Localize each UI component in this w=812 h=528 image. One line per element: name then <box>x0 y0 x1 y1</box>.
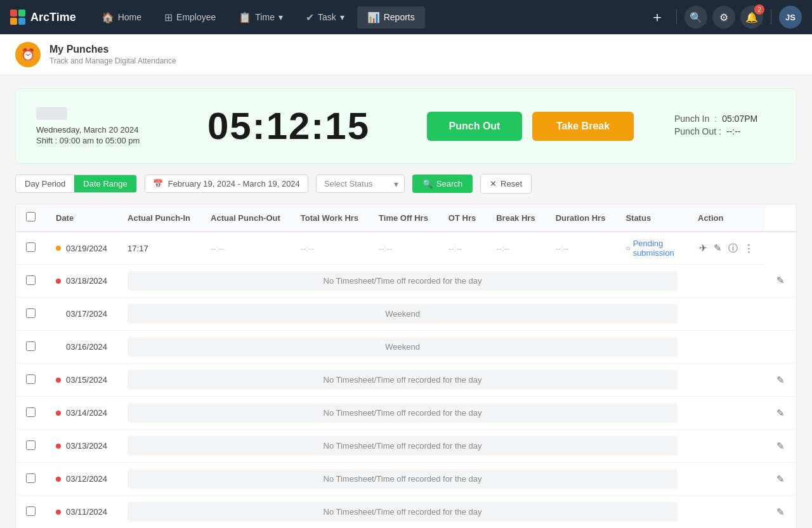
row-checkbox[interactable] <box>26 275 36 285</box>
row-date-value: 03/11/2024 <box>66 507 107 517</box>
row-action: ✎ <box>765 496 796 529</box>
reset-icon: ✕ <box>490 179 497 188</box>
row-date-value: 03/12/2024 <box>66 474 107 484</box>
period-toggle: Day Period Date Range <box>15 175 137 193</box>
row-checkbox-cell <box>16 397 46 430</box>
brand[interactable]: ArcTime <box>10 10 76 25</box>
header-break: Break Hrs <box>486 204 545 232</box>
task-icon: ✔ <box>306 11 314 23</box>
row-action <box>765 298 796 331</box>
row-date: 03/13/2024 <box>46 430 117 463</box>
row-message-cell: Weekend <box>117 298 688 331</box>
more-icon[interactable]: ⋮ <box>743 241 755 255</box>
row-checkbox[interactable] <box>26 308 36 318</box>
table-row: 03/12/2024No Timesheet/Time off recorded… <box>16 463 796 496</box>
task-dropdown-icon: ▾ <box>340 12 344 22</box>
table-body: 03/19/202417:17--:----:----:----:----:--… <box>16 232 796 528</box>
nav-item-reports-label: Reports <box>384 12 415 22</box>
table-row: 03/18/2024No Timesheet/Time off recorded… <box>16 265 796 298</box>
row-message: No Timesheet/Time off recorded for the d… <box>128 403 678 423</box>
home-icon: 🏠 <box>102 11 114 23</box>
row-checkbox[interactable] <box>26 473 36 483</box>
row-status-pending: Pending submission <box>625 239 678 258</box>
info-icon[interactable]: ⓘ <box>727 241 739 256</box>
clock-time-display: 05:12:15 <box>171 104 407 148</box>
edit-icon[interactable]: ✎ <box>775 505 786 519</box>
table-row: 03/13/2024No Timesheet/Time off recorded… <box>16 430 796 463</box>
row-date-value: 03/19/2024 <box>66 244 107 253</box>
brand-logo <box>10 10 25 25</box>
date-range-picker[interactable]: 📅 February 19, 2024 - March 19, 2024 <box>145 175 308 193</box>
row-status-empty <box>688 364 765 397</box>
search-button-filter[interactable]: 🔍 Search <box>412 175 473 193</box>
row-date: 03/14/2024 <box>46 397 117 430</box>
brand-name: ArcTime <box>30 11 76 24</box>
row-date-value: 03/14/2024 <box>66 408 107 418</box>
date-range-button[interactable]: Date Range <box>74 175 136 192</box>
edit-icon[interactable]: ✎ <box>775 472 786 486</box>
row-checkbox[interactable] <box>26 242 36 252</box>
header-duration: Duration Hrs <box>546 204 616 232</box>
row-field-3: --:-- <box>369 232 438 265</box>
row-status-dot <box>56 378 61 383</box>
row-action: ✎ <box>765 397 796 430</box>
header-status: Status <box>615 204 688 232</box>
add-button[interactable]: ＋ <box>646 6 669 29</box>
page-header: ⏰ My Punches Track and Manage Digital At… <box>0 34 812 76</box>
row-field-6: --:-- <box>546 232 616 265</box>
row-date: 03/12/2024 <box>46 463 117 496</box>
row-message: No Timesheet/Time off recorded for the d… <box>128 502 678 522</box>
day-period-button[interactable]: Day Period <box>16 175 74 192</box>
edit-icon[interactable]: ✎ <box>775 406 786 420</box>
punch-out-button[interactable]: Punch Out <box>427 112 522 141</box>
date-range-value: February 19, 2024 - March 19, 2024 <box>168 179 300 188</box>
row-message: No Timesheet/Time off recorded for the d… <box>128 436 678 456</box>
nav-item-task[interactable]: ✔ Task ▾ <box>296 6 355 29</box>
row-checkbox[interactable] <box>26 341 36 351</box>
search-button[interactable]: 🔍 <box>684 6 707 29</box>
select-all-checkbox[interactable] <box>26 212 36 221</box>
row-status-empty <box>688 463 765 496</box>
nav-item-employee-label: Employee <box>176 12 216 22</box>
edit-icon[interactable]: ✎ <box>712 241 723 255</box>
send-icon[interactable]: ✈ <box>698 241 709 255</box>
take-break-button[interactable]: Take Break <box>532 112 634 141</box>
edit-icon[interactable]: ✎ <box>775 373 786 387</box>
avatar-button[interactable]: JS <box>779 6 802 29</box>
row-status-empty <box>688 430 765 463</box>
row-date: 03/17/2024 <box>46 298 117 331</box>
row-message: Weekend <box>128 337 678 357</box>
header-punch-in: Actual Punch-In <box>117 204 200 232</box>
punch-in-label: Punch In <box>674 114 709 124</box>
row-checkbox[interactable] <box>26 374 36 384</box>
time-dropdown-icon: ▾ <box>278 12 283 22</box>
table-row: 03/17/2024Weekend <box>16 298 796 331</box>
nav-item-home[interactable]: 🏠 Home <box>91 6 152 29</box>
reset-button[interactable]: ✕ Reset <box>480 174 532 194</box>
edit-icon[interactable]: ✎ <box>775 274 786 287</box>
row-checkbox[interactable] <box>26 407 36 417</box>
row-message: No Timesheet/Time off recorded for the d… <box>128 271 678 291</box>
row-status-dot <box>56 411 61 416</box>
row-message-cell: No Timesheet/Time off recorded for the d… <box>117 265 688 298</box>
settings-button[interactable]: ⚙ <box>712 6 735 29</box>
row-checkbox[interactable] <box>26 440 36 450</box>
time-icon: 📋 <box>239 11 251 23</box>
row-date: 03/15/2024 <box>46 364 117 397</box>
nav-item-reports[interactable]: 📊 Reports <box>357 6 425 29</box>
search-label: Search <box>436 179 462 188</box>
row-status-empty <box>688 397 765 430</box>
edit-icon[interactable]: ✎ <box>775 439 786 453</box>
row-date-value: 03/18/2024 <box>66 276 107 286</box>
row-checkbox[interactable] <box>26 506 36 516</box>
nav-item-time[interactable]: 📋 Time ▾ <box>228 6 293 29</box>
punch-in-sep: : <box>714 114 717 124</box>
row-checkbox-cell <box>16 232 46 265</box>
nav-item-employee[interactable]: ⊞ Employee <box>154 6 226 29</box>
punch-in-value: 05:07PM <box>722 114 757 124</box>
punch-out-row: Punch Out : --:-- <box>674 126 776 136</box>
table-row: 03/15/2024No Timesheet/Time off recorded… <box>16 364 796 397</box>
notifications-button[interactable]: 🔔 2 <box>740 6 763 29</box>
row-checkbox-cell <box>16 463 46 496</box>
status-select[interactable]: Select Status Pending Approved Rejected <box>316 175 405 193</box>
